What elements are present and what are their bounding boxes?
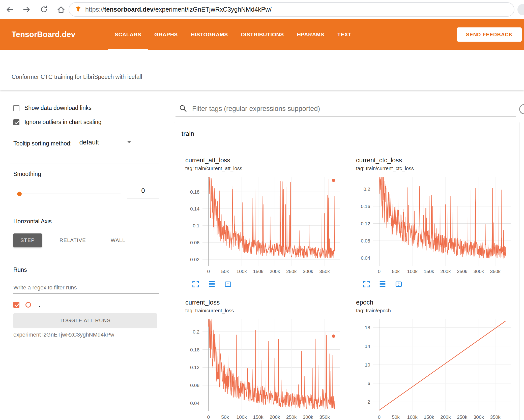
svg-text:350k: 350k: [490, 269, 501, 274]
tab-histograms[interactable]: HISTOGRAMS: [184, 19, 235, 50]
address-bar[interactable]: https://tensorboard.dev/experiment/lzGnE…: [69, 2, 514, 17]
slider-track[interactable]: [18, 194, 121, 194]
chart-tag: tag: train/current_loss: [185, 308, 352, 314]
ignore-outliers-checkbox[interactable]: [13, 119, 19, 125]
home-icon[interactable]: [56, 5, 66, 15]
url-path: /experiment/lzGnETjwRxC3yghNMd4kPw/: [154, 6, 272, 13]
svg-text:0.1: 0.1: [193, 223, 199, 228]
tag-group-title: train: [182, 130, 194, 138]
chart-plot[interactable]: 0.020.060.10.140.18050k100k150k200k250k3…: [183, 175, 352, 276]
svg-text:150k: 150k: [253, 414, 264, 420]
run-name: .: [39, 301, 40, 308]
chart-tag: tag: train/current_att_loss: [185, 166, 352, 171]
svg-text:0: 0: [207, 414, 210, 420]
chart-title: current_att_loss: [185, 157, 352, 164]
svg-text:0.16: 0.16: [190, 347, 199, 352]
toggle-all-runs-button[interactable]: TOGGLE ALL RUNS: [13, 313, 157, 328]
tooltip-sorting-select[interactable]: default: [79, 138, 132, 149]
forward-icon[interactable]: [22, 5, 32, 15]
url-scheme: https://: [85, 6, 104, 13]
svg-text:200k: 200k: [440, 414, 451, 420]
smoothing-slider-thumb[interactable]: [17, 192, 22, 196]
tab-distributions[interactable]: DISTRIBUTIONS: [235, 19, 290, 50]
tooltip-sorting-value: default: [79, 138, 99, 146]
fit-domain-icon[interactable]: [395, 280, 402, 288]
chart-plot[interactable]: 0.040.080.120.160.2050k100k150k200k250k3…: [183, 317, 352, 420]
tag-filter-input[interactable]: [192, 105, 516, 113]
horizontal-axis-buttons: STEP RELATIVE WALL: [13, 233, 132, 247]
reload-icon[interactable]: [39, 5, 49, 15]
back-icon[interactable]: [5, 5, 15, 15]
smoothing-value-input[interactable]: 0: [127, 187, 159, 198]
svg-text:50k: 50k: [221, 269, 229, 274]
show-download-row[interactable]: Show data download links: [13, 105, 92, 111]
show-download-label: Show data download links: [24, 105, 92, 111]
svg-text:300k: 300k: [474, 414, 484, 420]
svg-text:0.04: 0.04: [361, 255, 370, 261]
view-data-icon[interactable]: [208, 280, 216, 288]
svg-text:0.08: 0.08: [361, 238, 370, 244]
fullscreen-icon[interactable]: [363, 280, 370, 288]
send-feedback-button[interactable]: SEND FEEDBACK: [457, 27, 522, 42]
smoothing-slider[interactable]: [18, 191, 121, 196]
tab-text[interactable]: TEXT: [331, 19, 358, 50]
relative-button[interactable]: RELATIVE: [52, 233, 93, 247]
svg-text:50k: 50k: [221, 414, 229, 420]
chart-plot[interactable]: 26101418050k100k150k200k250k300k350k: [354, 317, 522, 420]
sidebar: Show data download links Ignore outliers…: [0, 90, 169, 420]
fullscreen-icon[interactable]: [192, 280, 199, 288]
step-button[interactable]: STEP: [13, 233, 42, 247]
reload-data-icon[interactable]: [519, 104, 524, 114]
divider: [10, 260, 159, 260]
svg-text:150k: 150k: [424, 414, 434, 420]
svg-text:150k: 150k: [424, 269, 434, 274]
tag-filter-wrap: [176, 101, 516, 117]
url-host: tensorboard.dev: [104, 6, 154, 13]
experiment-title-strip: Conformer CTC training for LibriSpeech w…: [0, 50, 524, 90]
svg-text:100k: 100k: [407, 414, 418, 420]
wall-button[interactable]: WALL: [104, 233, 133, 247]
app-header: TensorBoard.dev SCALARS GRAPHS HISTOGRAM…: [0, 19, 524, 50]
tab-scalars[interactable]: SCALARS: [108, 19, 148, 50]
browser-nav-icons: [5, 0, 66, 19]
svg-text:0: 0: [207, 269, 210, 274]
show-download-checkbox[interactable]: [13, 105, 19, 111]
fit-domain-icon[interactable]: [224, 280, 232, 288]
chevron-down-icon: [127, 141, 131, 143]
profile-avatar[interactable]: [517, 4, 524, 15]
svg-text:0.02: 0.02: [190, 257, 199, 262]
svg-text:100k: 100k: [237, 414, 247, 420]
svg-text:300k: 300k: [303, 269, 313, 274]
svg-text:100k: 100k: [407, 269, 418, 274]
svg-text:250k: 250k: [286, 414, 297, 420]
view-data-icon[interactable]: [379, 280, 386, 288]
svg-text:200k: 200k: [270, 269, 280, 274]
chart-plot[interactable]: 0.040.080.120.160.2050k100k150k200k250k3…: [354, 175, 522, 276]
svg-text:0.06: 0.06: [190, 240, 199, 245]
svg-text:250k: 250k: [457, 269, 468, 274]
svg-text:250k: 250k: [457, 414, 468, 420]
chart-toolbar: [192, 280, 352, 288]
svg-text:150k: 150k: [253, 269, 264, 274]
divider: [10, 164, 159, 164]
tab-hparams[interactable]: HPARAMS: [290, 19, 331, 50]
svg-text:2: 2: [367, 399, 370, 405]
svg-text:0.04: 0.04: [190, 401, 199, 406]
tooltip-sorting-label: Tooltip sorting method:: [13, 140, 72, 147]
chart-tag: tag: train/current_ctc_loss: [356, 166, 522, 171]
chart-title: current_loss: [185, 299, 352, 306]
svg-text:300k: 300k: [303, 414, 313, 420]
app-logo: TensorBoard.dev: [12, 19, 75, 50]
runs-heading: Runs: [13, 266, 27, 273]
chart-card-epoch: epoch tag: train/epoch 26101418050k100k1…: [356, 299, 522, 420]
svg-text:50k: 50k: [392, 269, 400, 274]
tab-graphs[interactable]: GRAPHS: [148, 19, 184, 50]
svg-text:0: 0: [378, 414, 381, 420]
svg-text:350k: 350k: [319, 269, 330, 274]
runs-filter-input[interactable]: [13, 282, 159, 293]
svg-text:0.2: 0.2: [364, 187, 370, 192]
run-checkbox[interactable]: [13, 302, 19, 308]
run-row[interactable]: .: [13, 301, 40, 308]
ignore-outliers-row[interactable]: Ignore outliers in chart scaling: [13, 119, 102, 126]
nav-tabs: SCALARS GRAPHS HISTOGRAMS DISTRIBUTIONS …: [108, 19, 358, 50]
